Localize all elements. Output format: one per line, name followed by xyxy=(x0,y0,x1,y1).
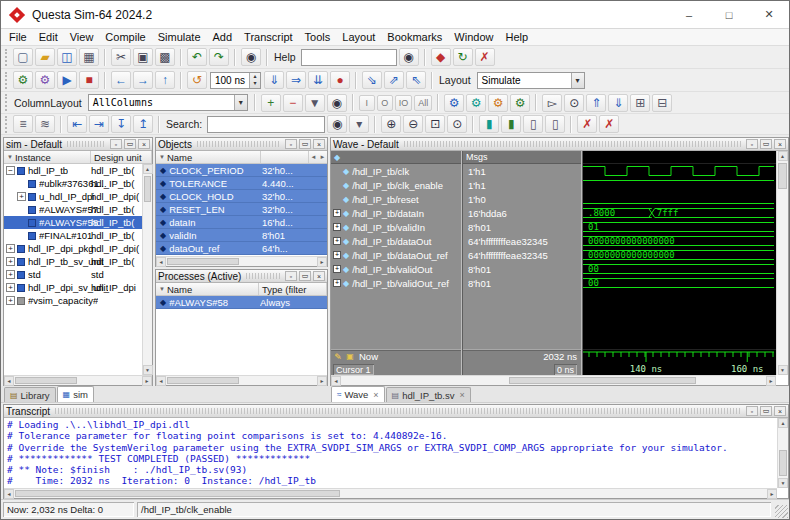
help-search-icon[interactable]: ◉ xyxy=(399,48,419,66)
column-name[interactable]: ▼Name xyxy=(156,151,261,163)
objects-row[interactable]: ◆dataIn16'hd... xyxy=(156,216,327,229)
env-forward-icon[interactable]: → xyxy=(133,71,153,89)
zoom-mode-icon[interactable]: ⊙ xyxy=(564,94,584,112)
objects-row[interactable]: ◆RESET_LEN32'h0... xyxy=(156,203,327,216)
objects-panel-header[interactable]: Objects ▫ ▭ × xyxy=(156,138,327,151)
sim-panel-header[interactable]: sim - Default ▫ ▭ × xyxy=(4,138,152,151)
memory-config-icon[interactable]: ⚙ xyxy=(488,94,508,112)
menu-view[interactable]: View xyxy=(64,31,100,43)
scroll-up-icon[interactable] xyxy=(143,164,153,174)
menu-help[interactable]: Help xyxy=(499,31,534,43)
close-file-icon[interactable]: ✗ xyxy=(475,48,495,66)
next-rising-icon[interactable]: ↥ xyxy=(133,115,153,133)
close-tab-icon[interactable]: × xyxy=(459,390,464,400)
menu-tools[interactable]: Tools xyxy=(299,31,337,43)
wave-signal-row[interactable]: +◆/hdl_IP_tb/dataOut_ref xyxy=(331,248,461,262)
processes-dock-button[interactable]: ▫ xyxy=(285,271,297,281)
toolbar-drag-handle[interactable] xyxy=(5,94,8,111)
wave-signal-row[interactable]: +◆/hdl_IP_tb/validOut xyxy=(331,262,461,276)
wave-expander-icon[interactable]: + xyxy=(333,265,341,273)
tree-row[interactable]: #ALWAYS#57hdl_IP_tb( xyxy=(4,203,142,216)
filter-icon[interactable]: ▼ xyxy=(305,94,325,112)
processes-panel-header[interactable]: Processes (Active) ▫ ▭ × xyxy=(156,270,327,283)
tab-library[interactable]: ▤Library xyxy=(4,387,56,402)
tree-expander-icon[interactable]: + xyxy=(17,192,26,201)
column-design-unit[interactable]: Design unit xyxy=(91,151,152,163)
column-name[interactable]: ▼Name xyxy=(156,283,259,295)
tree-expander-icon[interactable]: + xyxy=(6,244,15,253)
format-literal-icon[interactable]: ▮ xyxy=(479,115,499,133)
new-file-icon[interactable]: ▢ xyxy=(13,48,33,66)
menu-window[interactable]: Window xyxy=(448,31,499,43)
run-icon[interactable]: ⇓ xyxy=(264,71,284,89)
wave-plot-area[interactable]: .80007fff0100000000000000000000000000000… xyxy=(583,151,776,375)
menu-add[interactable]: Add xyxy=(207,31,239,43)
column-value[interactable] xyxy=(261,151,309,163)
scrollbar-thumb[interactable] xyxy=(509,377,696,384)
step-over-icon[interactable]: ⇗ xyxy=(384,71,404,89)
edit-cursor-icon[interactable] xyxy=(333,352,343,362)
panel-drag-grip[interactable] xyxy=(404,141,741,147)
scroll-left-icon[interactable] xyxy=(4,489,14,499)
wave-signal-row[interactable]: +◆/hdl_IP_tb/validIn xyxy=(331,220,461,234)
search-options-icon[interactable]: ▾ xyxy=(349,115,369,133)
scroll-down-icon[interactable] xyxy=(143,365,153,375)
wave-maximize-button[interactable]: ▭ xyxy=(760,139,772,149)
env-back-icon[interactable]: ← xyxy=(111,71,131,89)
zoom-out-icon[interactable]: ⊖ xyxy=(403,115,423,133)
wave-cursor-name[interactable]: Cursor 1 xyxy=(333,364,374,375)
tree-row[interactable]: #ublk#376361...hdl_IP_tb( xyxy=(4,177,142,190)
wave-expander-icon[interactable]: + xyxy=(333,223,341,231)
menu-layout[interactable]: Layout xyxy=(336,31,381,43)
compile-all-icon[interactable]: ⚙ xyxy=(35,71,55,89)
wave-expander-icon[interactable]: + xyxy=(333,209,341,217)
minimize-button[interactable]: – xyxy=(669,1,709,28)
undo-icon[interactable]: ↶ xyxy=(187,48,207,66)
next-transition-icon[interactable]: ⇥ xyxy=(89,115,109,133)
transcript-vertical-scrollbar[interactable] xyxy=(777,418,788,488)
compile-icon[interactable]: ⚙ xyxy=(13,71,33,89)
scroll-right-icon[interactable] xyxy=(766,376,776,386)
tree-row[interactable]: +hdl_IP_dpi_sv_unithdl_IP_dpi xyxy=(4,281,142,294)
paste-icon[interactable]: ▩ xyxy=(155,48,175,66)
zoom-full-icon[interactable]: ⊡ xyxy=(425,115,445,133)
scroll-left-icon[interactable] xyxy=(156,376,166,386)
prev-falling-icon[interactable]: ↧ xyxy=(111,115,131,133)
format-analog-icon[interactable]: ▯ xyxy=(545,115,565,133)
column-type[interactable]: Type (filter xyxy=(259,283,327,295)
objects-dock-button[interactable]: ▫ xyxy=(285,139,297,149)
objects-close-button[interactable]: × xyxy=(313,139,325,149)
wave-signal-row[interactable]: ◆/hdl_IP_tb/reset xyxy=(331,192,461,206)
objects-horizontal-scrollbar[interactable] xyxy=(156,256,327,266)
wave-horizontal-scrollbar[interactable] xyxy=(331,375,776,385)
objects-maximize-button[interactable]: ▭ xyxy=(299,139,311,149)
sim-horizontal-scrollbar[interactable] xyxy=(4,375,152,385)
columnlayout-combo[interactable]: AllColumns▾ xyxy=(88,94,248,111)
processes-maximize-button[interactable]: ▭ xyxy=(299,271,311,281)
column-scroll-left-icon[interactable]: ◄ xyxy=(309,151,318,163)
scroll-left-icon[interactable] xyxy=(156,257,166,267)
redo-icon[interactable]: ↷ xyxy=(209,48,229,66)
column-instance[interactable]: ▼Instance xyxy=(4,151,91,163)
collapse-all-icon[interactable]: ⊟ xyxy=(652,94,672,112)
tree-expander-icon[interactable]: + xyxy=(6,257,15,266)
ungroup-icon[interactable]: ≋ xyxy=(35,115,55,133)
chevron-down-icon[interactable]: ▾ xyxy=(571,73,584,88)
processes-horizontal-scrollbar[interactable] xyxy=(156,375,327,385)
tree-row[interactable]: −hdl_IP_tbhdl_IP_tb( xyxy=(4,164,142,177)
restart-icon[interactable]: ↺ xyxy=(187,71,207,89)
wave-expander-icon[interactable]: + xyxy=(333,237,341,245)
wave-config-icon[interactable]: ⚙ xyxy=(444,94,464,112)
objects-column-headers[interactable]: ▼Name ◄ ► xyxy=(156,151,327,164)
scroll-up-icon[interactable] xyxy=(778,151,788,161)
panel-drag-grip[interactable] xyxy=(197,141,280,147)
scroll-right-icon[interactable] xyxy=(317,376,327,386)
sim-dock-button[interactable]: ▫ xyxy=(110,139,122,149)
filter-inout-button[interactable]: IO xyxy=(395,95,413,111)
wave-signal-row[interactable]: ◆/hdl_IP_tb/clk xyxy=(331,164,461,178)
cut-icon[interactable]: ✂ xyxy=(111,48,131,66)
remove-column-icon[interactable]: − xyxy=(283,94,303,112)
menu-file[interactable]: File xyxy=(3,31,33,43)
sim-vertical-scrollbar[interactable] xyxy=(142,164,152,375)
add-cursor-icon[interactable] xyxy=(345,352,355,362)
